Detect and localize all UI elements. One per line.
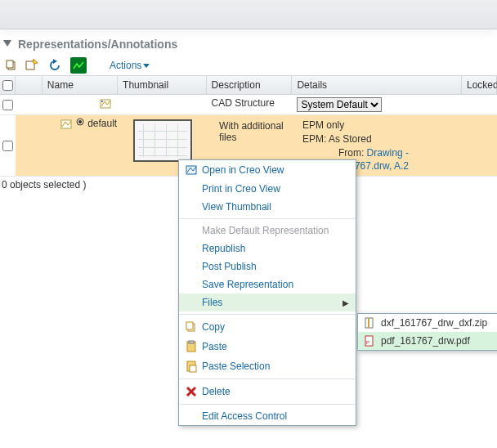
copy-icon[interactable] (3, 57, 20, 74)
copy-icon (182, 320, 200, 334)
menu-separator (179, 379, 356, 379)
pdf-file-icon: P (363, 335, 376, 347)
open-icon (182, 164, 200, 177)
row-name-cell: default (42, 115, 128, 176)
files-submenu[interactable]: dxf_161767_drw_dxf.zip P pdf_161767_drw.… (357, 313, 497, 351)
column-checkbox[interactable] (0, 76, 16, 94)
column-icon (16, 76, 43, 94)
refresh-icon[interactable] (47, 57, 63, 74)
menu-separator (179, 218, 356, 219)
row-icon-cell (16, 95, 43, 114)
menu-item-label: Republish (200, 243, 349, 254)
context-menu[interactable]: Open in Creo View Print in Creo View Vie… (178, 159, 356, 426)
default-flag-icon (76, 118, 84, 126)
grid-header: Name Thumbnail Description Details Locke… (0, 76, 497, 95)
actions-label: Actions (110, 60, 141, 71)
svg-marker-4 (33, 59, 38, 64)
thumbnail-preview[interactable] (133, 119, 192, 162)
menu-separator (179, 314, 356, 315)
svg-rect-16 (189, 341, 194, 343)
details-line: EPM: As Stored (302, 132, 456, 146)
column-locked[interactable]: Locked (462, 76, 497, 94)
row-name-cell (43, 95, 118, 114)
file-label: pdf_161767_drw.pdf (376, 335, 470, 347)
paste-icon (182, 340, 200, 353)
row-checkbox[interactable] (2, 141, 13, 151)
new-icon[interactable] (23, 57, 39, 74)
ctx-save-representation[interactable]: Save Representation (179, 276, 356, 293)
zip-file-icon (363, 317, 376, 329)
svg-rect-12 (186, 166, 196, 174)
ctx-republish[interactable]: Republish (179, 240, 356, 258)
menu-item-label: View Thumbnail (200, 201, 349, 213)
file-label: dxf_161767_drw_dxf.zip (376, 317, 487, 329)
top-toolbar-area (0, 0, 497, 29)
column-name[interactable]: Name (43, 76, 118, 94)
details-prefix: From: (338, 147, 367, 159)
system-default-select[interactable]: System Default (297, 97, 382, 112)
actions-menu[interactable]: Actions (106, 58, 153, 73)
section-header[interactable]: Representations/Annotations (0, 29, 497, 56)
svg-marker-6 (143, 64, 150, 68)
menu-item-label: Open in Creo View (200, 164, 349, 176)
ctx-edit-access-control[interactable]: Edit Access Control (179, 407, 356, 425)
svg-marker-0 (3, 40, 11, 47)
table-row[interactable]: CAD Structure System Default (0, 95, 497, 115)
menu-item-label: Delete (200, 386, 349, 397)
menu-item-label: Edit Access Control (200, 410, 349, 422)
menu-item-label: Copy (200, 321, 349, 333)
menu-separator (179, 404, 356, 405)
row-description: CAD Structure (207, 95, 293, 114)
row-checkbox-cell[interactable] (0, 115, 16, 176)
row-icon-cell (16, 115, 42, 176)
row-checkbox[interactable] (2, 100, 13, 110)
row-thumbnail-cell (118, 95, 206, 114)
ctx-delete[interactable]: Delete (179, 382, 356, 401)
collapse-icon[interactable] (3, 40, 11, 48)
column-description[interactable]: Description (207, 76, 293, 94)
column-details[interactable]: Details (292, 76, 462, 94)
representation-icon (99, 97, 112, 112)
ctx-open-in-creo-view[interactable]: Open in Creo View (179, 160, 356, 180)
menu-item-label: Files (200, 297, 343, 308)
row-checkbox-cell[interactable] (0, 95, 16, 114)
ctx-copy[interactable]: Copy (179, 317, 356, 337)
svg-text:P: P (366, 340, 369, 345)
row-locked-cell (462, 115, 497, 176)
menu-item-label: Paste (200, 341, 349, 352)
select-all-checkbox[interactable] (2, 80, 13, 91)
ctx-post-publish[interactable]: Post Publish (179, 258, 356, 276)
svg-rect-9 (61, 120, 71, 128)
file-item[interactable]: P pdf_161767_drw.pdf (358, 332, 497, 350)
column-thumbnail[interactable]: Thumbnail (118, 76, 206, 94)
svg-marker-5 (53, 59, 57, 64)
menu-item-label: Post Publish (200, 261, 349, 272)
svg-rect-2 (7, 60, 13, 68)
row-locked-cell (462, 95, 497, 114)
svg-rect-14 (186, 322, 193, 329)
menu-item-label: Save Representation (200, 279, 349, 290)
paste-selection-icon (182, 360, 200, 373)
row-name: default (87, 118, 117, 129)
ctx-print-in-creo-view[interactable]: Print in Creo View (179, 180, 356, 198)
ctx-view-thumbnail[interactable]: View Thumbnail (179, 198, 356, 216)
section-title: Representations/Annotations (18, 38, 177, 51)
svg-rect-20 (368, 318, 369, 328)
ctx-paste[interactable]: Paste (179, 337, 356, 356)
representation-icon (60, 118, 73, 131)
ctx-make-default: Make Default Representation (179, 222, 356, 240)
details-line: EPM only (302, 119, 456, 132)
file-item[interactable]: dxf_161767_drw_dxf.zip (358, 314, 497, 332)
menu-item-label: Print in Creo View (200, 183, 349, 195)
toolbar: Actions (0, 56, 497, 75)
ctx-files[interactable]: Files ▶ (179, 293, 356, 311)
menu-item-label: Make Default Representation (200, 225, 349, 236)
menu-item-label: Paste Selection (200, 361, 349, 372)
caret-down-icon (143, 62, 150, 69)
svg-rect-18 (190, 365, 196, 372)
submenu-arrow-icon: ▶ (343, 298, 349, 307)
ctx-paste-selection[interactable]: Paste Selection (179, 356, 356, 376)
svg-point-11 (78, 120, 82, 123)
svg-point-8 (101, 101, 103, 102)
chart-icon[interactable] (70, 57, 87, 74)
